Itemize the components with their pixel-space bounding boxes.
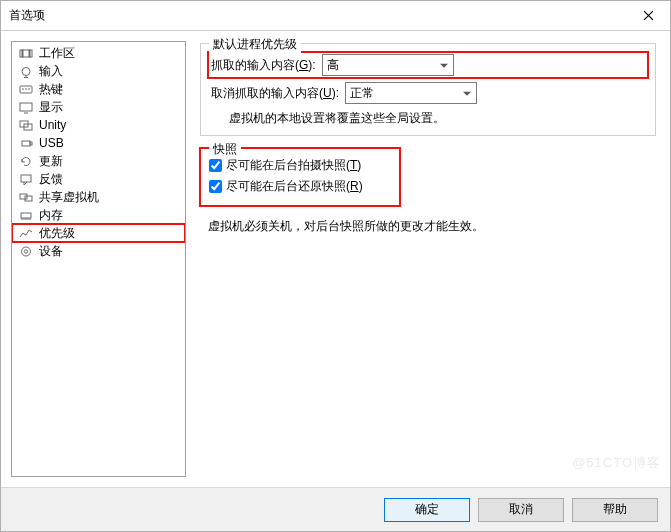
help-button[interactable]: 帮助	[572, 498, 658, 522]
svg-rect-5	[20, 103, 32, 111]
svg-rect-10	[21, 175, 31, 182]
sidebar-item-devices[interactable]: 设备	[12, 242, 185, 260]
cancel-button[interactable]: 取消	[478, 498, 564, 522]
svg-point-14	[22, 247, 31, 256]
group-legend-snapshot: 快照	[209, 141, 241, 158]
display-icon	[18, 100, 34, 114]
svg-point-3	[22, 67, 30, 75]
sidebar-item-shared-vm[interactable]: 共享虚拟机	[12, 188, 185, 206]
svg-point-15	[24, 249, 27, 252]
sidebar-item-hotkeys[interactable]: 热键	[12, 80, 185, 98]
priority-note: 虚拟机的本地设置将覆盖这些全局设置。	[229, 110, 645, 127]
label-ungrabbed: 取消抓取的输入内容(U):	[211, 85, 339, 102]
sidebar-item-label: 共享虚拟机	[39, 189, 99, 206]
unity-icon	[18, 118, 34, 132]
titlebar: 首选项	[1, 1, 670, 31]
row-snapshot-restore: 尽可能在后台还原快照(R)	[209, 178, 391, 195]
row-snapshot-take: 尽可能在后台拍摄快照(T)	[209, 157, 391, 174]
dialog-body: 工作区 输入 热键 显示 Unity USB	[1, 31, 670, 487]
window-title: 首选项	[9, 7, 626, 24]
sidebar-item-label: 输入	[39, 63, 63, 80]
updates-icon	[18, 154, 34, 168]
label-grabbed: 抓取的输入内容(G):	[211, 57, 316, 74]
devices-icon	[18, 244, 34, 258]
svg-rect-1	[22, 50, 23, 57]
row-grabbed-priority: 抓取的输入内容(G): 高	[209, 53, 647, 77]
usb-icon	[18, 136, 34, 150]
row-ungrabbed-priority: 取消抓取的输入内容(U): 正常	[211, 82, 645, 104]
label-bg-restore: 尽可能在后台还原快照(R)	[226, 178, 363, 195]
sidebar-item-label: 热键	[39, 81, 63, 98]
svg-rect-2	[29, 50, 30, 57]
group-default-priority: 默认进程优先级 抓取的输入内容(G): 高 取消抓取的输入内容(U): 正常 虚…	[200, 43, 656, 136]
checkbox-bg-restore-snapshot[interactable]	[209, 180, 222, 193]
sidebar-item-label: 反馈	[39, 171, 63, 188]
group-snapshot: 快照 尽可能在后台拍摄快照(T) 尽可能在后台还原快照(R)	[200, 148, 400, 206]
sidebar-item-memory[interactable]: 内存	[12, 206, 185, 224]
settings-content: 默认进程优先级 抓取的输入内容(G): 高 取消抓取的输入内容(U): 正常 虚…	[194, 41, 660, 477]
priority-icon	[18, 226, 34, 240]
checkbox-bg-take-snapshot[interactable]	[209, 159, 222, 172]
sidebar-item-label: 优先级	[39, 225, 75, 242]
close-button[interactable]	[626, 1, 670, 31]
sidebar-item-feedback[interactable]: 反馈	[12, 170, 185, 188]
select-ungrabbed-priority[interactable]: 正常	[345, 82, 477, 104]
sidebar-item-label: 更新	[39, 153, 63, 170]
svg-rect-13	[21, 213, 31, 218]
sidebar-item-workspace[interactable]: 工作区	[12, 44, 185, 62]
category-sidebar[interactable]: 工作区 输入 热键 显示 Unity USB	[11, 41, 186, 477]
sidebar-item-priority[interactable]: 优先级	[12, 224, 185, 242]
sidebar-item-label: Unity	[39, 118, 66, 132]
group-legend-priority: 默认进程优先级	[209, 36, 301, 53]
ok-button[interactable]: 确定	[384, 498, 470, 522]
feedback-icon	[18, 172, 34, 186]
dialog-footer: 确定 取消 帮助	[1, 487, 670, 531]
select-grabbed-priority[interactable]: 高	[322, 54, 454, 76]
sidebar-item-label: 内存	[39, 207, 63, 224]
sidebar-item-label: 工作区	[39, 45, 75, 62]
svg-rect-8	[22, 141, 30, 146]
sidebar-item-usb[interactable]: USB	[12, 134, 185, 152]
sidebar-item-label: 显示	[39, 99, 63, 116]
sidebar-item-label: USB	[39, 136, 64, 150]
snapshot-note: 虚拟机必须关机，对后台快照所做的更改才能生效。	[208, 218, 656, 235]
close-icon	[643, 10, 654, 21]
label-bg-take: 尽可能在后台拍摄快照(T)	[226, 157, 361, 174]
svg-rect-9	[30, 142, 32, 145]
hotkey-icon	[18, 82, 34, 96]
sidebar-item-updates[interactable]: 更新	[12, 152, 185, 170]
input-icon	[18, 64, 34, 78]
memory-icon	[18, 208, 34, 222]
sidebar-item-unity[interactable]: Unity	[12, 116, 185, 134]
shared-vm-icon	[18, 190, 34, 204]
sidebar-item-display[interactable]: 显示	[12, 98, 185, 116]
preferences-dialog: 首选项 工作区 输入 热键 显示 Unity	[0, 0, 671, 532]
sidebar-item-label: 设备	[39, 243, 63, 260]
workspace-icon	[18, 46, 34, 60]
sidebar-item-input[interactable]: 输入	[12, 62, 185, 80]
